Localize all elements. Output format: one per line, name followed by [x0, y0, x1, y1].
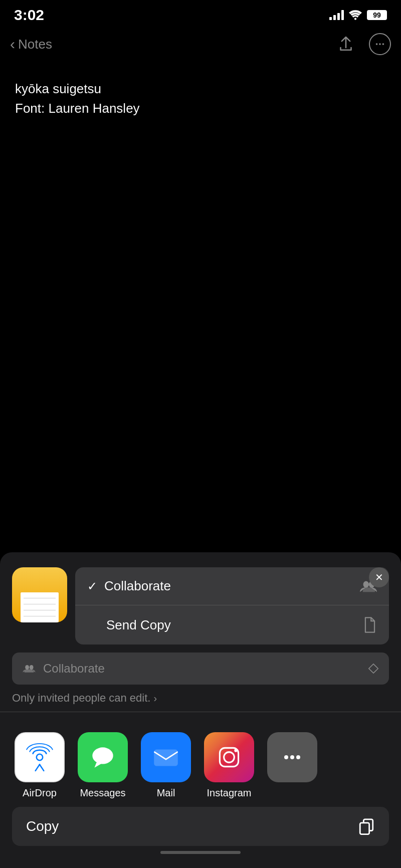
share-button[interactable]	[335, 33, 357, 55]
more-button[interactable]	[369, 33, 391, 55]
share-header: ✓ Collaborate Send Copy	[0, 552, 401, 644]
instagram-item[interactable]: Instagram	[202, 732, 257, 799]
status-icons: 99	[329, 10, 387, 20]
send-copy-option[interactable]: Send Copy	[75, 605, 389, 644]
back-label: Notes	[18, 37, 52, 52]
svg-point-7	[30, 665, 34, 670]
svg-point-12	[224, 752, 235, 763]
svg-point-0	[354, 18, 356, 20]
more-apps-icon	[267, 732, 317, 782]
svg-point-3	[382, 43, 384, 45]
svg-rect-10	[154, 750, 177, 766]
note-line2: Font: Lauren Hansley	[15, 101, 386, 116]
people-small-icon	[22, 663, 36, 674]
collab-selector-area: Collaborate	[0, 644, 401, 685]
note-line1: kyōka suigetsu	[15, 81, 386, 97]
airdrop-label: AirDrop	[23, 787, 57, 799]
messages-item[interactable]: Messages	[75, 732, 130, 799]
mail-icon	[141, 732, 191, 782]
checkmark-icon: ✓	[87, 579, 97, 593]
svg-point-2	[379, 43, 381, 45]
instagram-label: Instagram	[207, 787, 252, 799]
messages-icon	[78, 732, 128, 782]
svg-point-15	[290, 755, 294, 759]
upload-icon	[339, 36, 353, 53]
collab-selector-text: Collaborate	[43, 662, 361, 676]
signal-icon	[329, 10, 344, 20]
more-apps-item[interactable]	[265, 732, 320, 782]
copy-action[interactable]: Copy	[12, 807, 389, 846]
instagram-icon	[204, 732, 254, 782]
status-time: 3:02	[14, 7, 44, 24]
chevron-right-icon: ›	[153, 693, 157, 704]
copy-label: Copy	[26, 818, 59, 834]
svg-point-9	[92, 747, 113, 764]
airdrop-icon	[15, 732, 65, 782]
collaborate-label: Collaborate	[104, 578, 171, 594]
svg-point-4	[363, 581, 369, 587]
airdrop-item[interactable]: AirDrop	[12, 732, 67, 799]
collab-dropdown: ✓ Collaborate Send Copy	[75, 567, 389, 644]
svg-point-13	[234, 749, 237, 752]
diamond-chevron-icon	[368, 663, 379, 674]
svg-rect-18	[360, 823, 369, 834]
mail-item[interactable]: Mail	[138, 732, 193, 799]
copy-icon	[358, 818, 375, 835]
svg-point-1	[376, 43, 378, 45]
messages-label: Messages	[80, 787, 125, 799]
more-dots-icon	[374, 39, 385, 50]
svg-point-8	[37, 754, 43, 760]
nav-actions	[335, 33, 391, 55]
chevron-left-icon: ‹	[10, 36, 15, 53]
status-bar: 3:02 99	[0, 0, 401, 27]
share-apps-row: AirDrop Messages Mail	[0, 712, 401, 807]
wifi-icon	[349, 10, 362, 20]
notes-app-icon	[12, 567, 67, 622]
send-copy-label: Send Copy	[106, 617, 171, 633]
back-button[interactable]: ‹ Notes	[10, 36, 52, 53]
mail-label: Mail	[157, 787, 175, 799]
svg-point-6	[25, 665, 29, 670]
collab-selector[interactable]: Collaborate	[12, 653, 389, 685]
home-bar	[160, 851, 241, 854]
close-button[interactable]: ✕	[369, 567, 389, 587]
collaborate-option[interactable]: ✓ Collaborate	[75, 567, 389, 605]
nav-bar: ‹ Notes	[0, 27, 401, 61]
svg-point-14	[284, 755, 288, 759]
invite-text: Only invited people can edit.	[12, 692, 150, 705]
svg-point-16	[296, 755, 300, 759]
note-content: kyōka suigetsu Font: Lauren Hansley	[0, 61, 401, 262]
invite-text-area[interactable]: Only invited people can edit. ›	[0, 685, 401, 712]
home-indicator	[0, 846, 401, 858]
document-icon	[363, 616, 377, 633]
share-sheet: ✓ Collaborate Send Copy	[0, 552, 401, 868]
battery-indicator: 99	[367, 10, 387, 20]
